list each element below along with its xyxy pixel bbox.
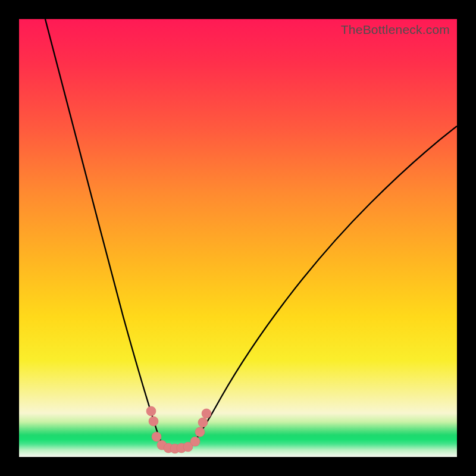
- marker-dot: [146, 406, 156, 416]
- chart-frame: TheBottleneck.com: [0, 0, 476, 476]
- marker-dot: [152, 432, 161, 441]
- curve-right-arm: [191, 126, 457, 446]
- plot-area: TheBottleneck.com: [19, 19, 457, 457]
- curve-left-arm: [45, 19, 164, 446]
- marker-dot: [149, 416, 158, 426]
- marker-dot: [202, 409, 211, 418]
- marker-dot: [190, 437, 200, 446]
- marker-dot: [198, 418, 208, 427]
- marker-dot: [195, 427, 205, 437]
- bottleneck-curve: [19, 19, 457, 457]
